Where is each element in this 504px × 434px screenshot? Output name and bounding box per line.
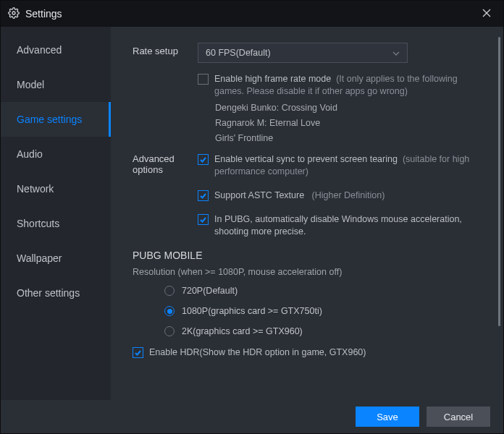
radio-icon [164,326,175,336]
sidebar-item-other-settings[interactable]: Other settings [1,276,111,310]
sidebar: Advanced Model Game settings Audio Netwo… [1,27,111,400]
resolution-option-720p[interactable]: 720P(Default) [164,286,483,296]
cancel-button[interactable]: Cancel [427,407,490,427]
settings-panel: Rate setup 60 FPS(Default) Enable hi [111,27,503,400]
settings-window: Settings Advanced Model Game settings Au… [0,0,504,434]
astc-checkbox[interactable] [198,190,209,201]
scrollbar[interactable] [498,37,500,326]
hfr-checkbox[interactable] [198,74,209,85]
sidebar-item-model[interactable]: Model [1,67,111,102]
sidebar-item-network[interactable]: Network [1,171,111,206]
advanced-options-label: Advanced options [133,153,198,175]
sidebar-item-label: Other settings [17,287,80,299]
save-button[interactable]: Save [356,407,419,427]
rate-setup-label: Rate setup [133,43,198,56]
close-icon[interactable] [477,7,496,20]
resolution-radio-group: 720P(Default) 1080P(graphics card >= GTX… [164,286,483,336]
vsync-checkbox[interactable] [198,154,209,165]
radio-label: 720P(Default) [182,286,238,296]
hfr-game-item: Ragnarok M: Eternal Love [215,118,483,128]
titlebar: Settings [1,1,503,27]
rate-setup-select[interactable]: 60 FPS(Default) [198,43,408,63]
pubg-mobile-heading: PUBG MOBILE [133,250,483,261]
sidebar-item-game-settings[interactable]: Game settings [1,102,111,137]
hdr-checkbox[interactable] [133,347,143,358]
chevron-down-icon [392,48,400,58]
sidebar-item-shortcuts[interactable]: Shortcuts [1,206,111,241]
rate-setup-selected: 60 FPS(Default) [206,48,271,58]
radio-icon [164,286,175,296]
sidebar-item-advanced[interactable]: Advanced [1,33,111,67]
sidebar-item-audio[interactable]: Audio [1,137,111,171]
resolution-option-1080p[interactable]: 1080P(graphics card >= GTX750ti) [164,306,483,316]
sidebar-item-wallpaper[interactable]: Wallpaper [1,241,111,276]
sidebar-item-label: Model [17,79,44,90]
astc-label: Support ASTC Texture (Higher Definition) [214,190,385,202]
window-title: Settings [25,8,471,20]
sidebar-item-label: Audio [17,148,43,160]
gear-icon [8,7,20,21]
pubg-mouse-checkbox[interactable] [198,214,209,225]
resolution-option-2k[interactable]: 2K(graphics card >= GTX960) [164,326,483,336]
footer: Save Cancel [1,400,503,433]
pubg-mouse-label: In PUBG, automatically disable Windows m… [214,213,483,238]
hfr-game-list: Dengeki Bunko: Crossing Void Ragnarok M:… [215,103,483,143]
svg-point-0 [12,12,15,14]
resolution-caption: Resolution (when >= 1080P, mouse acceler… [133,267,483,277]
radio-label: 1080P(graphics card >= GTX750ti) [182,306,322,316]
sidebar-item-label: Game settings [17,114,82,125]
hfr-label: Enable high frame rate mode (It only app… [214,73,483,98]
hfr-game-item: Dengeki Bunko: Crossing Void [215,103,483,113]
sidebar-item-label: Advanced [17,44,62,56]
radio-icon [164,306,175,316]
sidebar-item-label: Wallpaper [17,252,62,264]
sidebar-item-label: Network [17,183,54,195]
hdr-label: Enable HDR(Show the HDR option in game, … [149,346,366,359]
hfr-game-item: Girls' Frontline [215,133,483,143]
sidebar-item-label: Shortcuts [17,218,59,229]
vsync-label: Enable vertical sync to prevent screen t… [214,153,483,178]
radio-label: 2K(graphics card >= GTX960) [182,326,303,336]
